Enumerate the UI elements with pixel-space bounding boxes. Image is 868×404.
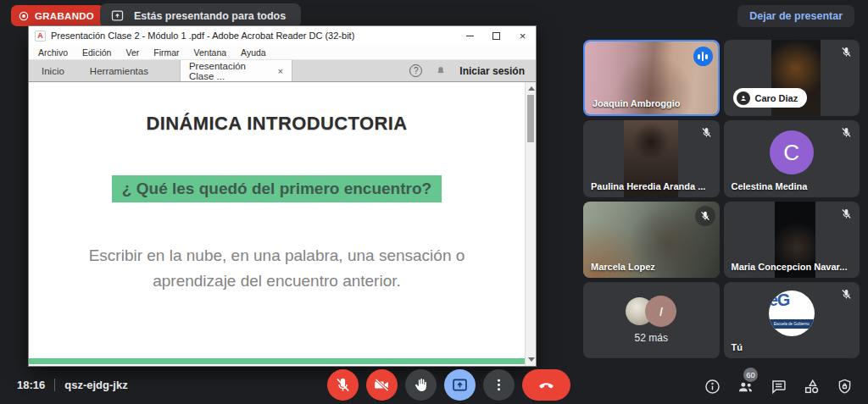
tile-overflow-participants[interactable]: I 52 más [583, 282, 720, 358]
tile-paulina-heredia[interactable]: Paulina Heredia Aranda ... [583, 120, 720, 196]
scroll-up-icon[interactable] [528, 86, 535, 91]
mic-off-icon [334, 376, 352, 394]
more-options-button[interactable] [483, 369, 515, 401]
present-screen-icon [451, 376, 469, 394]
mic-off-icon [840, 208, 853, 220]
camera-off-button[interactable] [366, 369, 398, 401]
avatar: I [645, 296, 676, 327]
host-controls-button[interactable] [836, 378, 854, 396]
scroll-down-icon[interactable] [528, 357, 535, 362]
participant-name: Joaquin Ambroggio [593, 98, 680, 108]
participants-button[interactable]: 60 [737, 378, 754, 396]
notifications-bell-icon[interactable] [435, 65, 447, 77]
tile-marcela-lopez[interactable]: Marcela Lopez [583, 202, 720, 278]
sign-in-button[interactable]: Iniciar sesión [459, 65, 525, 77]
camera-off-icon [373, 376, 391, 394]
mic-off-icon [695, 206, 715, 226]
tab-inicio[interactable]: Inicio [29, 60, 77, 81]
participants-grid: Joaquin Ambroggio Caro Diaz Paulina Here… [583, 40, 860, 358]
acrobat-window: A Presentación Clase 2 - Módulo 1 .pdf -… [28, 25, 537, 367]
activities-button[interactable] [803, 378, 821, 396]
call-end-icon [537, 376, 555, 394]
tile-celestina-medina[interactable]: C Celestina Medina [724, 120, 860, 196]
meeting-details-button[interactable] [704, 378, 721, 396]
acrobat-app-icon: A [35, 30, 46, 42]
menu-archivo[interactable]: Archivo [38, 47, 68, 58]
mic-off-button[interactable] [327, 369, 359, 401]
slide-body-line2: aprendizaje del encuentro anterior. [29, 268, 525, 294]
tab-document[interactable]: Presentación Clase ... × [180, 60, 292, 81]
mic-off-icon [840, 46, 853, 58]
activities-icon [803, 378, 821, 396]
help-icon[interactable]: ? [409, 64, 422, 77]
window-title: Presentación Clase 2 - Módulo 1 .pdf - A… [51, 30, 354, 41]
minimize-button[interactable] [457, 26, 483, 45]
participant-name: Marcela Lopez [591, 262, 655, 272]
maximize-button[interactable] [483, 26, 509, 45]
menu-ver[interactable]: Ver [125, 47, 139, 58]
participant-name: Celestina Medina [732, 181, 808, 191]
stop-presenting-button[interactable]: Dejar de presentar [737, 5, 854, 27]
mic-off-icon [840, 126, 853, 139]
participant-name: Maria Concepcion Navar... [732, 262, 848, 272]
scrollbar-thumb[interactable] [527, 95, 534, 142]
menu-ayuda[interactable]: Ayuda [241, 47, 266, 58]
slide-title: DINÁMICA INTRODUCTORIA [29, 113, 525, 135]
speaking-indicator-icon [693, 47, 713, 66]
menu-edicion[interactable]: Edición [82, 47, 111, 58]
recording-badge: GRABANDO [11, 5, 104, 26]
menu-bar: Archivo Edición Ver Firmar Ventana Ayuda [29, 45, 536, 60]
tab-bar: Inicio Herramientas Presentación Clase .… [29, 60, 536, 81]
meeting-info: 18:16 qsz-ejdg-jkz [17, 379, 128, 391]
logo-text: eG [769, 291, 790, 309]
clock-time: 18:16 [17, 379, 45, 391]
avatar: eG Escuela de Gobierno [769, 291, 815, 336]
tab-close-icon[interactable]: × [277, 66, 282, 76]
meeting-panels: 60 [704, 378, 854, 396]
menu-ventana[interactable]: Ventana [194, 47, 227, 58]
chat-icon [770, 378, 787, 396]
presenting-message: Estás presentando para todos [134, 10, 286, 22]
tile-caro-diaz[interactable]: Caro Diaz [724, 40, 860, 116]
participant-count-badge: 60 [743, 368, 758, 382]
pdf-scrollbar[interactable] [525, 82, 536, 366]
present-icon [110, 8, 125, 23]
hang-up-button[interactable] [522, 369, 570, 401]
minimize-icon [466, 36, 474, 36]
slide-highlight-row: ¿ Qué les quedó del primero encuentro? [29, 175, 525, 202]
present-screen-button[interactable] [444, 369, 476, 401]
maximize-icon [492, 32, 500, 40]
tile-joaquin-ambroggio[interactable]: Joaquin Ambroggio [583, 40, 720, 116]
shield-lock-icon [836, 378, 854, 396]
avatar: C [770, 130, 814, 174]
record-icon [18, 10, 30, 22]
info-icon [704, 378, 721, 396]
meeting-code: qsz-ejdg-jkz [54, 379, 127, 391]
chat-button[interactable] [770, 378, 787, 396]
window-titlebar[interactable]: A Presentación Clase 2 - Módulo 1 .pdf -… [29, 26, 536, 45]
slide-highlighted-question: ¿ Qué les quedó del primero encuentro? [112, 175, 442, 202]
tab-herramientas[interactable]: Herramientas [77, 60, 161, 81]
mic-off-icon [840, 288, 853, 301]
logo-caption: Escuela de Gobierno [769, 319, 815, 329]
slide-footer-band [29, 358, 525, 364]
raised-hand-icon [412, 376, 430, 394]
tab-document-label: Presentación Clase ... [189, 61, 273, 81]
slide-body-text: Escribir en la nube, en una palabra, una… [29, 243, 525, 294]
tile-self[interactable]: eG Escuela de Gobierno Tú [724, 282, 860, 358]
close-button[interactable]: × [509, 26, 536, 45]
participant-name: Caro Diaz [755, 93, 798, 103]
presenting-banner: Estás presentando para todos [100, 3, 301, 28]
participant-name: Paulina Heredia Aranda ... [591, 181, 705, 191]
mic-off-icon [700, 126, 713, 139]
raise-hand-button[interactable] [405, 369, 437, 401]
avatar [737, 91, 750, 105]
call-controls [327, 369, 570, 401]
menu-firmar[interactable]: Firmar [153, 47, 179, 58]
person-icon [739, 94, 748, 102]
recording-label: GRABANDO [35, 11, 94, 21]
pdf-document-area: DINÁMICA INTRODUCTORIA ¿ Qué les quedó d… [29, 81, 536, 366]
tile-maria-concepcion[interactable]: Maria Concepcion Navar... [724, 202, 860, 278]
overflow-avatars: I [626, 296, 676, 327]
overflow-count-label: 52 más [635, 332, 668, 344]
